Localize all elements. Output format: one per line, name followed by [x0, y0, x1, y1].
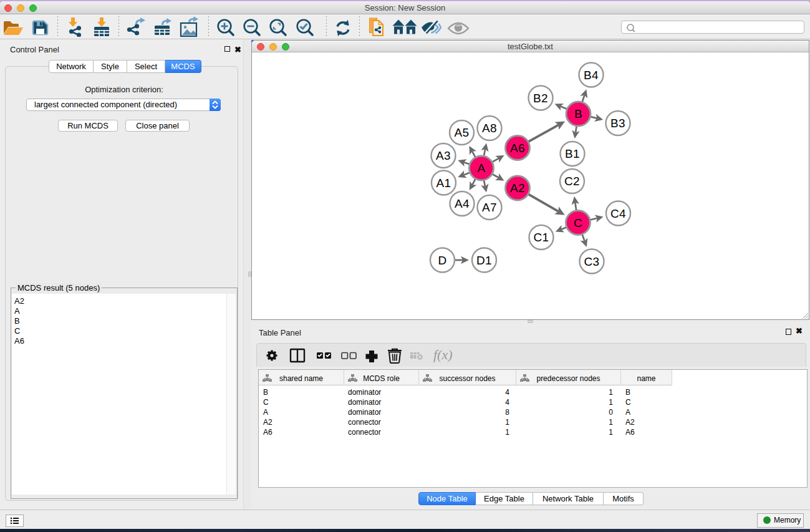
- svg-text:D1: D1: [476, 254, 492, 267]
- svg-text:C2: C2: [564, 175, 580, 188]
- svg-text:C4: C4: [610, 207, 626, 220]
- svg-text:B3: B3: [610, 117, 625, 130]
- svg-text:C3: C3: [584, 255, 600, 268]
- svg-text:C: C: [574, 216, 582, 230]
- svg-text:A8: A8: [482, 122, 497, 135]
- svg-text:A7: A7: [482, 201, 497, 214]
- svg-text:A5: A5: [455, 126, 470, 139]
- svg-text:B1: B1: [565, 147, 580, 160]
- svg-text:B2: B2: [533, 92, 548, 105]
- svg-text:B: B: [574, 107, 582, 120]
- svg-text:f(x): f(x): [433, 347, 453, 362]
- svg-text:A6: A6: [510, 142, 525, 155]
- svg-text:A: A: [478, 162, 486, 175]
- svg-text:A4: A4: [455, 197, 470, 210]
- svg-text:D: D: [438, 254, 446, 267]
- svg-text:A2: A2: [510, 181, 525, 195]
- svg-text:B4: B4: [584, 69, 599, 82]
- svg-text:C1: C1: [534, 231, 549, 244]
- svg-text:A1: A1: [436, 177, 451, 190]
- svg-text:A3: A3: [436, 149, 451, 162]
